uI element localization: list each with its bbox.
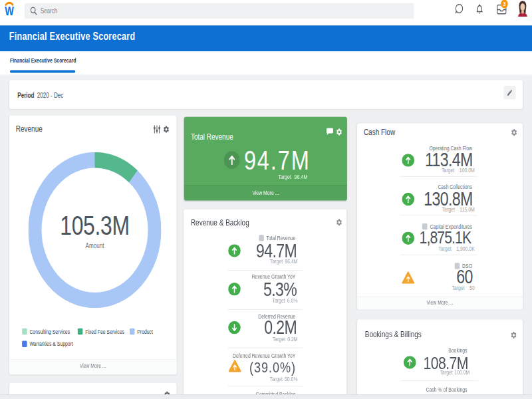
svg-text:W: W bbox=[5, 4, 14, 17]
